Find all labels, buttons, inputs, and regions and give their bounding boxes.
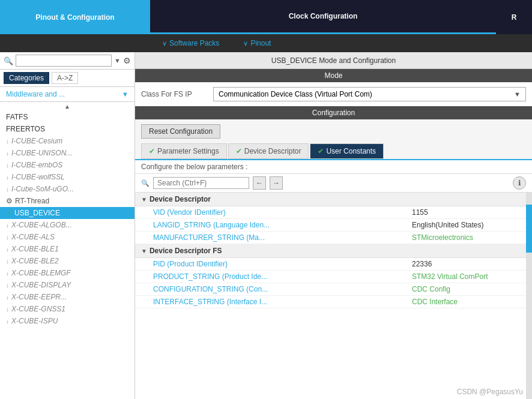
tab-r[interactable]: R: [496, 0, 532, 34]
param-pid-name: PID (Product IDentifier): [153, 260, 412, 268]
tab-clock-config[interactable]: Clock Configuration: [150, 0, 496, 34]
rt-thread-gear-icon: ⚙: [6, 197, 13, 205]
param-row-manufacturer: MANUFACTURER_STRING (Ma... STMicroelectr…: [135, 232, 526, 244]
sidebar-item-i-cube-unison[interactable]: ↓ I-CUBE-UNISON...: [0, 147, 135, 159]
sidebar-item-freertos[interactable]: FREERTOS: [0, 123, 135, 135]
scroll-up-indicator[interactable]: ▲: [0, 102, 135, 111]
next-filter-button[interactable]: →: [270, 176, 283, 190]
software-packs-label: Software Packs: [169, 39, 219, 47]
mode-row: Class For FS IP Communication Device Cla…: [135, 82, 532, 106]
top-nav: Pinout & Configuration Clock Configurati…: [0, 0, 532, 34]
param-manufacturer-name: MANUFACTURER_STRING (Ma...: [153, 233, 412, 242]
tab-user-constants[interactable]: ✔ User Constants: [310, 143, 384, 159]
param-langid-value: English(United States): [412, 221, 520, 229]
sidebar-item-i-cube-somugo[interactable]: ↓ I-Cube-SoM-uGO...: [0, 183, 135, 195]
sidebar-item-x-cube-gnss1[interactable]: ↓ X-CUBE-GNSS1: [0, 303, 135, 315]
device-descriptor-label: Device Descriptor: [244, 147, 301, 155]
x-cube-ble2-icon: ↓: [6, 258, 9, 265]
group-device-descriptor-label: Device Descriptor: [150, 195, 211, 203]
group-device-descriptor-fs-label: Device Descriptor FS: [150, 247, 222, 255]
tab-clock-config-label: Clock Configuration: [289, 12, 358, 20]
sidebar-item-i-cube-embos[interactable]: ↓ I-CUBE-embOS: [0, 159, 135, 171]
sidebar-search-input[interactable]: [16, 55, 112, 67]
fatfs-label: FATFS: [6, 113, 28, 121]
search-icon: 🔍: [4, 56, 13, 65]
usb-device-label: USB_DEVICE: [14, 209, 60, 217]
sidebar-list: FATFS FREERTOS ↓ I-CUBE-Cesium ↓ I-CUBE-…: [0, 111, 135, 399]
i-cube-wolfssl-icon: ↓: [6, 174, 9, 181]
tab-pinout-config-label: Pinout & Configuration: [35, 13, 114, 22]
tab-parameter-settings[interactable]: ✔ Parameter Settings: [141, 143, 227, 159]
class-select-arrow-icon: ▼: [514, 91, 521, 98]
sidebar-item-rt-thread[interactable]: ⚙ RT-Thread: [0, 195, 135, 207]
device-descriptor-check-icon: ✔: [236, 147, 242, 155]
sidebar-item-x-cube-eepr[interactable]: ↓ X-CUBE-EEPR...: [0, 291, 135, 303]
sidebar-item-usb-device[interactable]: ✓ USB_DEVICE: [0, 207, 135, 219]
software-packs-nav[interactable]: ∨ Software Packs: [150, 39, 231, 47]
param-config-string-value: CDC Config: [412, 285, 520, 293]
group-device-descriptor-fs-header[interactable]: ▼ Device Descriptor FS: [135, 244, 526, 258]
x-cube-gnss1-icon: ↓: [6, 306, 9, 313]
sidebar: 🔍 ▼ ⚙ Categories A->Z Middleware and ...…: [0, 52, 135, 399]
param-row-interface-string: INTERFACE_STRING (Interface I... CDC Int…: [135, 296, 526, 308]
tab-atoz[interactable]: A->Z: [52, 72, 78, 84]
x-cube-ispu-icon: ↓: [6, 318, 9, 325]
i-cube-wolfssl-label: I-CUBE-wolfSSL: [11, 173, 65, 181]
group-fs-collapse-arrow-icon: ▼: [141, 248, 147, 254]
usb-device-check-icon: ✓: [6, 209, 12, 217]
x-cube-display-label: X-CUBE-DISPLAY: [11, 281, 71, 289]
sidebar-item-x-cube-als[interactable]: ↓ X-CUBE-ALS: [0, 231, 135, 243]
x-cube-eepr-icon: ↓: [6, 294, 9, 301]
group-collapse-arrow-icon: ▼: [141, 196, 147, 203]
config-section-header: Configuration: [135, 106, 532, 119]
prev-filter-button[interactable]: ←: [253, 176, 266, 190]
x-cube-gnss1-label: X-CUBE-GNSS1: [11, 305, 65, 313]
sidebar-item-x-cube-display[interactable]: ↓ X-CUBE-DISPLAY: [0, 279, 135, 291]
i-cube-somugo-label: I-Cube-SoM-uGO...: [11, 185, 74, 193]
second-nav: ∨ Software Packs ∨ Pinout: [0, 34, 532, 52]
scrollbar[interactable]: [526, 193, 532, 399]
class-label: Class For FS IP: [141, 90, 207, 98]
tab-pinout-config[interactable]: Pinout & Configuration: [0, 0, 150, 34]
software-packs-arrow: ∨: [162, 40, 167, 47]
main-layout: 🔍 ▼ ⚙ Categories A->Z Middleware and ...…: [0, 52, 532, 399]
tab-device-descriptor[interactable]: ✔ Device Descriptor: [228, 143, 309, 159]
param-vid-value: 1155: [412, 208, 520, 217]
class-select[interactable]: Communication Device Class (Virtual Port…: [213, 87, 526, 101]
sidebar-item-fatfs[interactable]: FATFS: [0, 111, 135, 123]
config-tabs: ✔ Parameter Settings ✔ Device Descriptor…: [135, 143, 532, 159]
sidebar-item-x-cube-ispu[interactable]: ↓ X-CUBE-ISPU: [0, 315, 135, 327]
watermark: CSDN @PegasusYu: [457, 388, 523, 396]
info-button[interactable]: ℹ: [513, 176, 526, 190]
param-settings-check-icon: ✔: [149, 147, 155, 155]
scrollbar-thumb[interactable]: [526, 205, 532, 253]
gear-icon[interactable]: ⚙: [123, 56, 131, 65]
params-search-input[interactable]: [153, 177, 249, 189]
config-toolbar: Reset Configuration: [135, 119, 532, 143]
param-row-langid: LANGID_STRING (Language Iden... English(…: [135, 219, 526, 232]
reset-config-button[interactable]: Reset Configuration: [141, 124, 220, 139]
x-cube-als-label: X-CUBE-ALS: [11, 233, 55, 241]
param-row-vid: VID (Vendor IDentifier) 1155: [135, 206, 526, 219]
sidebar-item-x-cube-ble2[interactable]: ↓ X-CUBE-BLE2: [0, 255, 135, 267]
user-constants-label: User Constants: [326, 147, 376, 155]
pinout-nav[interactable]: ∨ Pinout: [231, 39, 283, 47]
params-hint: Configure the below parameters :: [135, 159, 532, 174]
sidebar-item-x-cube-blemgf[interactable]: ↓ X-CUBE-BLEMGF: [0, 267, 135, 279]
x-cube-blemgf-icon: ↓: [6, 270, 9, 277]
param-row-product-string: PRODUCT_STRING (Product Ide... STM32 Vir…: [135, 271, 526, 283]
sidebar-item-x-cube-ble1[interactable]: ↓ X-CUBE-BLE1: [0, 243, 135, 255]
group-device-descriptor-header[interactable]: ▼ Device Descriptor: [135, 193, 526, 206]
sidebar-item-x-cube-algob[interactable]: ↓ X-CUBE-ALGOB...: [0, 219, 135, 231]
tab-r-label: R: [512, 13, 517, 22]
param-pid-value: 22336: [412, 260, 520, 268]
middleware-header[interactable]: Middleware and ... ▼: [0, 87, 135, 102]
sidebar-item-i-cube-cesium[interactable]: ↓ I-CUBE-Cesium: [0, 135, 135, 147]
i-cube-unison-icon: ↓: [6, 150, 9, 157]
mode-section: Mode Class For FS IP Communication Devic…: [135, 69, 532, 106]
tab-categories[interactable]: Categories: [4, 72, 49, 84]
param-row-pid: PID (Product IDentifier) 22336: [135, 258, 526, 271]
x-cube-ble1-label: X-CUBE-BLE1: [11, 245, 59, 253]
i-cube-cesium-label: I-CUBE-Cesium: [11, 137, 62, 145]
sidebar-item-i-cube-wolfssl[interactable]: ↓ I-CUBE-wolfSSL: [0, 171, 135, 183]
